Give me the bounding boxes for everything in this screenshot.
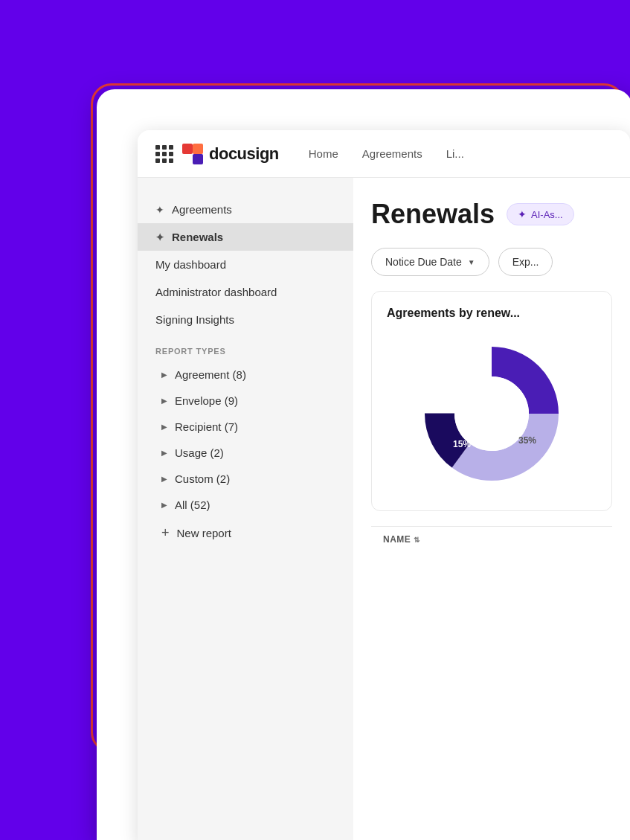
svg-rect-0 [182,144,193,154]
grid-menu-icon[interactable] [155,145,173,163]
logo[interactable]: docusign [182,144,279,164]
nav-links: Home Agreements Li... [309,147,464,160]
docusign-logo-icon [182,144,203,164]
logo-text: docusign [209,144,279,164]
plus-icon: + [161,525,170,541]
sparkle-icon: ✦ [155,204,164,216]
report-type-custom[interactable]: ▶ Custom (2) [138,466,353,492]
report-type-agreement[interactable]: ▶ Agreement (8) [138,362,353,388]
donut-chart: 50% 35% 15% [387,332,597,496]
nav-library[interactable]: Li... [446,147,464,160]
nav-home[interactable]: Home [309,147,338,160]
chart-label-15: 15% [453,439,471,449]
chevron-right-icon: ▶ [161,371,167,379]
ai-badge-label: AI-As... [531,209,563,220]
sidebar-item-agreements[interactable]: ✦ Agreements [138,196,353,223]
report-type-all-label: All (52) [175,498,210,511]
app-window: docusign Home Agreements Li... ✦ Agreeme… [138,130,630,840]
report-type-custom-label: Custom (2) [175,472,230,485]
expiry-filter-label: Exp... [512,256,539,268]
top-nav: docusign Home Agreements Li... [138,130,630,178]
admin-dashboard-label: Administrator dashboard [155,286,277,298]
sidebar: ✦ Agreements ✦ Renewals My dashboard Adm… [138,178,353,840]
svg-rect-1 [193,154,203,164]
sidebar-item-admin-dashboard[interactable]: Administrator dashboard [138,278,353,306]
svg-rect-2 [193,144,203,154]
sidebar-item-agreements-label: Agreements [172,203,232,216]
col-name-label: NAME [383,534,411,545]
sparkle-icon-2: ✦ [155,231,164,243]
report-type-envelope-label: Envelope (9) [175,394,238,407]
chevron-right-icon-4: ▶ [161,449,167,457]
col-name-header[interactable]: NAME ⇅ [383,534,420,545]
new-report-label: New report [177,527,231,539]
sort-icon: ⇅ [414,536,420,544]
filter-row: Notice Due Date ▼ Exp... [371,248,612,276]
report-type-usage-label: Usage (2) [175,446,224,459]
report-type-agreement-label: Agreement (8) [175,368,246,381]
report-type-usage[interactable]: ▶ Usage (2) [138,440,353,466]
table-header: NAME ⇅ [371,526,612,552]
chart-label-50: 50% [504,392,521,403]
sidebar-item-renewals[interactable]: ✦ Renewals [138,223,353,251]
dropdown-arrow-icon: ▼ [468,258,475,266]
chevron-right-icon-3: ▶ [161,423,167,431]
report-type-envelope[interactable]: ▶ Envelope (9) [138,388,353,414]
main-content: Renewals ✦ AI-As... Notice Due Date ▼ Ex… [353,178,630,840]
report-types-section-label: REPORT TYPES [138,333,353,362]
chart-card: Agreements by renew... 50% 35% 15% [371,291,612,511]
report-type-recipient[interactable]: ▶ Recipient (7) [138,414,353,440]
chevron-right-icon-6: ▶ [161,501,167,509]
notice-due-date-label: Notice Due Date [385,256,462,268]
main-area: ✦ Agreements ✦ Renewals My dashboard Adm… [138,178,630,840]
report-type-all[interactable]: ▶ All (52) [138,492,353,518]
ai-badge[interactable]: ✦ AI-As... [507,203,574,225]
sidebar-item-renewals-label: Renewals [172,231,223,243]
page-title: Renewals [371,199,495,230]
content-header: Renewals ✦ AI-As... [371,199,612,230]
signing-insights-label: Signing Insights [155,313,234,326]
chevron-right-icon-2: ▶ [161,397,167,405]
donut-chart-svg: 50% 35% 15% [417,339,566,488]
chart-title: Agreements by renew... [387,307,597,320]
sidebar-item-signing-insights[interactable]: Signing Insights [138,306,353,333]
nav-agreements[interactable]: Agreements [362,147,422,160]
my-dashboard-label: My dashboard [155,258,226,271]
sidebar-item-my-dashboard[interactable]: My dashboard [138,251,353,278]
expiry-filter[interactable]: Exp... [498,248,553,276]
notice-due-date-filter[interactable]: Notice Due Date ▼ [371,248,489,276]
ai-sparkle-icon: ✦ [518,208,527,220]
chevron-right-icon-5: ▶ [161,475,167,483]
report-type-recipient-label: Recipient (7) [175,420,238,433]
new-report-button[interactable]: + New report [138,518,353,548]
chart-label-35: 35% [518,435,536,446]
